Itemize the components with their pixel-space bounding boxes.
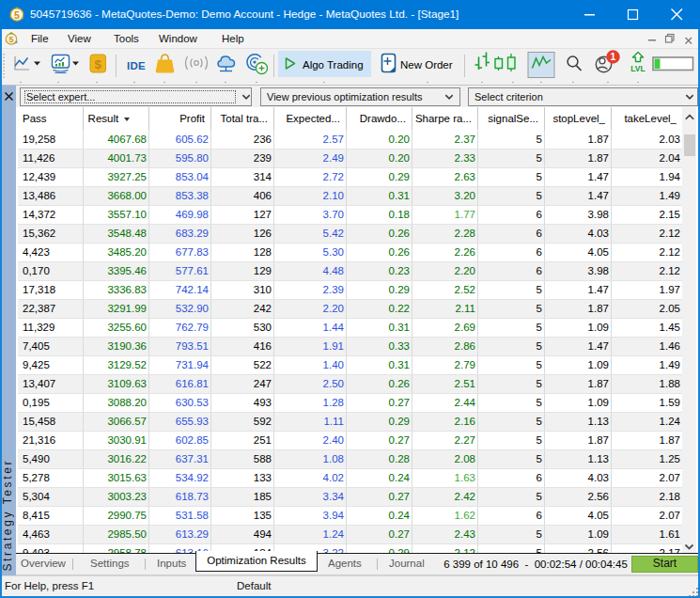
svg-text:5: 5: [8, 35, 13, 44]
svg-text:LVL: LVL: [630, 64, 645, 73]
svg-text:1: 1: [611, 51, 616, 62]
svg-text:5: 5: [14, 9, 20, 21]
svg-text:$: $: [94, 57, 101, 71]
